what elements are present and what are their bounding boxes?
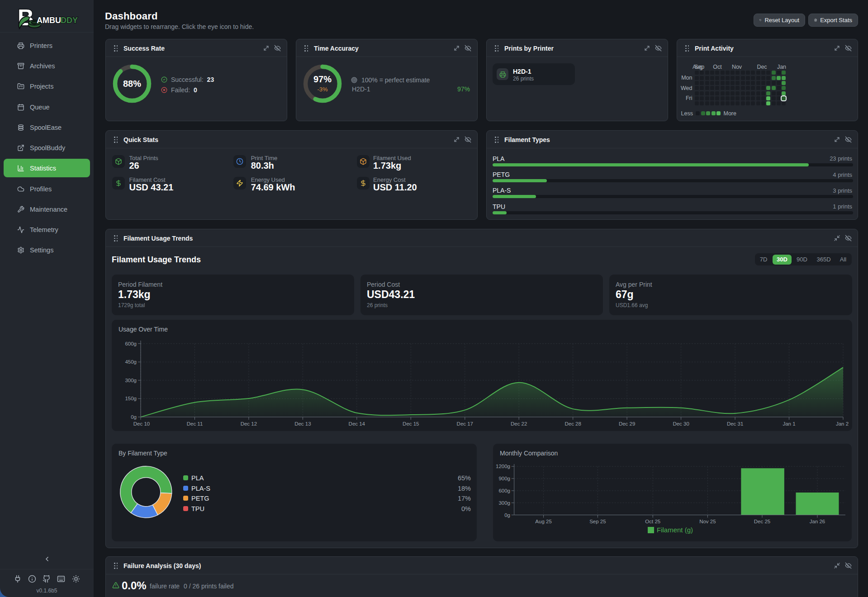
svg-text:Dec 30: Dec 30 — [673, 421, 689, 426]
svg-text:300g: 300g — [498, 500, 510, 506]
svg-text:DDY: DDY — [61, 16, 78, 25]
svg-text:300g: 300g — [125, 378, 137, 383]
svg-text:Dec 13: Dec 13 — [294, 421, 311, 426]
svg-text:Dec 29: Dec 29 — [619, 421, 635, 426]
svg-text:450g: 450g — [125, 359, 137, 365]
svg-text:Jan 26: Jan 26 — [810, 519, 825, 524]
svg-text:Dec 12: Dec 12 — [241, 421, 257, 426]
svg-text:600g: 600g — [498, 488, 510, 493]
svg-text:Sep 25: Sep 25 — [589, 519, 606, 524]
svg-text:Aug 25: Aug 25 — [535, 519, 551, 524]
svg-text:0g: 0g — [131, 414, 137, 420]
svg-text:Jan 1: Jan 1 — [783, 421, 795, 426]
svg-text:Dec 11: Dec 11 — [187, 421, 203, 426]
svg-text:Oct 25: Oct 25 — [645, 519, 660, 524]
svg-text:Dec 22: Dec 22 — [511, 421, 527, 426]
svg-text:Jan 2: Jan 2 — [836, 421, 849, 426]
svg-text:900g: 900g — [498, 476, 510, 481]
svg-text:600g: 600g — [125, 341, 137, 346]
svg-text:AMBU: AMBU — [37, 16, 61, 25]
svg-text:1200g: 1200g — [496, 464, 510, 469]
svg-text:Dec 31: Dec 31 — [727, 421, 743, 426]
svg-text:Dec 17: Dec 17 — [457, 421, 473, 426]
svg-text:Dec 10: Dec 10 — [133, 421, 150, 426]
svg-text:0g: 0g — [504, 512, 510, 518]
svg-text:Dec 28: Dec 28 — [564, 421, 581, 426]
svg-text:Dec 25: Dec 25 — [754, 519, 770, 524]
svg-text:Nov 25: Nov 25 — [699, 519, 716, 524]
svg-text:Dec 15: Dec 15 — [403, 421, 419, 426]
svg-text:Filament (g): Filament (g) — [657, 526, 693, 534]
svg-text:Dec 14: Dec 14 — [349, 421, 365, 426]
svg-text:150g: 150g — [125, 396, 137, 401]
